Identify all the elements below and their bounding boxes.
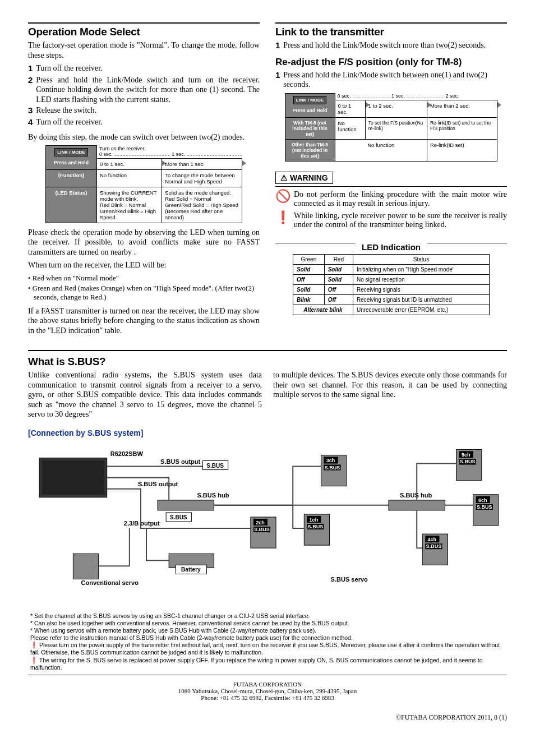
- fn-1: * Set the channel at the S.BUS servos by…: [30, 612, 505, 620]
- ch1-label: 1ch: [310, 517, 319, 523]
- fn-4: Please refer to the instruction manual o…: [30, 634, 505, 642]
- col-more1: More than 1 sec.: [165, 161, 205, 167]
- tick-1: 1 sec.: [169, 151, 187, 157]
- mode-table: LINK / MODE Press and Hold Turn on the r…: [45, 145, 242, 223]
- step-3: 3Release the switch.: [28, 105, 260, 116]
- step-3-text: Release the switch.: [36, 105, 96, 116]
- readjust-title: Re-adjust the F/S position (only for TM-…: [275, 57, 507, 68]
- sbus-small-3: S.BUS: [325, 464, 340, 470]
- ch2-label: 2ch: [256, 520, 265, 525]
- tm8-c1: No function: [335, 118, 365, 140]
- led-r4-s: Unrecoverable error (EEPROM, etc.): [353, 305, 489, 315]
- led-h-green: Green: [293, 255, 324, 265]
- sbus-lbl-2: S.BUS: [170, 514, 187, 520]
- link-step-1-text: Press and hold the Link/Mode switch more…: [283, 40, 486, 51]
- svg-rect-3: [158, 500, 214, 510]
- svg-rect-1: [42, 460, 104, 494]
- col2-0: 0 to 1 sec.: [338, 103, 352, 115]
- link-mode-btn-label: LINK / MODE: [54, 148, 87, 156]
- row-function-label: (Function): [45, 169, 96, 187]
- fn-2: * Can also be used together with convent…: [30, 620, 505, 627]
- row-function-c1: No function: [96, 169, 162, 187]
- row-led-c2: Solid as the mode changed. Red Solid = N…: [162, 187, 242, 223]
- bullet-1: Red when on "Normal mode": [28, 274, 260, 283]
- step-1-text: Turn off the receiver.: [36, 63, 102, 74]
- sbus-small-5: S.BUS: [460, 459, 476, 464]
- led-r3-g: Blink: [293, 295, 324, 305]
- sbus-out-2: S.BUS output: [138, 480, 178, 487]
- link-step-1: 1Press and hold the Link/Mode switch mor…: [275, 40, 507, 51]
- fn-6: ❗ The wiring for the S. BUS servo is rep…: [30, 657, 505, 671]
- tm8-c2: To set the F/S position(No re-link): [365, 118, 427, 140]
- led-r0-r: Solid: [324, 265, 353, 275]
- sbus-p2: to multiple devices. The S.BUS devices e…: [273, 370, 507, 400]
- other-c12: No function: [335, 140, 427, 162]
- after-steps: By doing this step, the mode can switch …: [28, 132, 260, 142]
- led-r0-s: Initializing when on "High Speed mode": [353, 265, 489, 275]
- footer-phone: Phone: +81 475 32 6982, Facsimile: +81 4…: [28, 694, 507, 701]
- led-r3-s: Receiving signals but ID is unmatched: [353, 295, 489, 305]
- readjust-step-1-text: Press and hold the Link/Mode switch betw…: [283, 70, 507, 90]
- fasst-note: If a FASST transmitter is turned on near…: [28, 306, 260, 336]
- sbus-hub-2: S.BUS hub: [400, 492, 432, 499]
- caption-top: Turn on the receiver.: [97, 146, 242, 151]
- copyright: ©FUTABA CORPORATION 2011, 8 (1): [28, 713, 507, 722]
- conv-servo-icon: 2ch S.BUS: [251, 517, 276, 548]
- op-mode-intro: The factory-set operation mode is "Norma…: [28, 40, 260, 60]
- receiver-label: R6202SBW: [110, 450, 144, 457]
- led-indic-title: LED Indication: [355, 242, 427, 252]
- ch6-label: 6ch: [478, 497, 487, 503]
- tick2-1: 1 sec.: [389, 93, 407, 99]
- ch4-label: 4ch: [428, 537, 437, 542]
- warn-2: While linking, cycle receiver power to b…: [294, 211, 507, 229]
- sbus-title: What is S.BUS?: [28, 353, 507, 368]
- led-r2-s: Receiving signals: [353, 285, 489, 295]
- row-other: Other than TM-8 (not included in this se…: [285, 140, 335, 162]
- sbus-servo-label: S.BUS servo: [331, 576, 368, 583]
- led-r1-s: No signal reception: [353, 275, 489, 285]
- led-table: Green Red Status SolidSolidInitializing …: [293, 254, 490, 315]
- op-mode-title: Operation Mode Select: [28, 22, 260, 38]
- sbus-diagram: R6202SBW S.BUS output S.BUS S.BUS output…: [28, 439, 507, 609]
- press-hold-2: Press and Hold: [288, 108, 332, 113]
- led-h-red: Red: [324, 255, 353, 265]
- sbus-lbl-1: S.BUS: [206, 462, 224, 468]
- led-r2-g: Solid: [293, 285, 324, 295]
- step-4-text: Turn off the receiver.: [36, 117, 102, 128]
- tick-0: 0 sec.: [97, 151, 115, 157]
- notice-icon: ❗: [275, 211, 290, 229]
- link-tx-title: Link to the transmitter: [275, 22, 507, 38]
- ch5-label: 5ch: [462, 452, 471, 458]
- sbus-footnotes: * Set the channel at the S.BUS servos by…: [28, 612, 507, 671]
- sbus-p1: Unlike conventional radio systems, the S…: [28, 370, 262, 420]
- ch3-label: 3ch: [326, 458, 335, 463]
- diagram-title: [Connection by S.BUS system]: [28, 428, 507, 437]
- battery-label: Battery: [181, 566, 201, 573]
- row-led-c1: Showing the CURRENT mode with blink. Red…: [96, 187, 162, 223]
- col-0to1: 0 to 1 sec.: [100, 161, 124, 167]
- warning-title: WARNING: [275, 172, 333, 184]
- warn-1: Do not perform the linking procedure wit…: [294, 190, 507, 208]
- sbus-hub-1: S.BUS hub: [197, 492, 229, 499]
- mode-bullets: Red when on "Normal mode" Green and Red …: [28, 274, 260, 302]
- bullet-2: Green and Red (makes Orange) when on "Hi…: [28, 284, 260, 302]
- other-c3: Re-link(ID set): [427, 140, 497, 162]
- led-r1-g: Off: [293, 275, 324, 285]
- col2-2: More than 2 sec.: [430, 103, 470, 109]
- led-r1-r: Solid: [324, 275, 353, 285]
- row-tm8: With TM-8 (not included in this set): [285, 118, 335, 140]
- sbus-out-1: S.BUS output: [160, 458, 201, 465]
- link-btn-2: LINK / MODE: [293, 96, 326, 104]
- b-out-label: 2,3/B output: [124, 520, 160, 527]
- tm8-c3: Re-link(ID set) and to set the F/S posit…: [427, 118, 497, 140]
- svg-rect-17: [389, 500, 445, 510]
- tick2-2: 2 sec.: [443, 93, 461, 99]
- sbus-small-2: S.BUS: [254, 527, 270, 532]
- led-h-status: Status: [353, 255, 489, 265]
- step-2: 2Press and hold the Link/Mode switch and…: [28, 75, 260, 105]
- led-r3-r: Off: [324, 295, 353, 305]
- sbus-small-4: S.BUS: [426, 543, 442, 549]
- step-4: 4Turn off the receiver.: [28, 117, 260, 128]
- col2-1: 1 to 2 sec.: [368, 103, 393, 109]
- fn-5: ❗ Please turn on the power supply of the…: [30, 642, 505, 656]
